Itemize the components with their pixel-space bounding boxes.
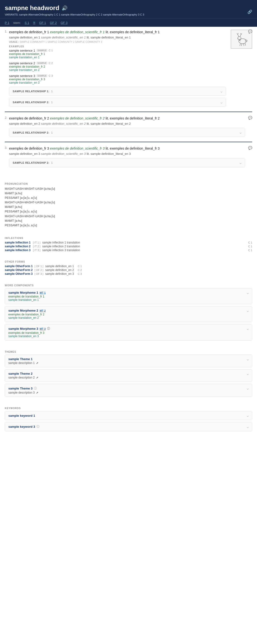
sense-3-number: 3. xyxy=(5,146,8,150)
inflections-label: INFLECTIONS xyxy=(5,237,252,240)
morpheme-3-trans-fr: exemples de translation_fr 3 xyxy=(8,331,247,334)
sense-1-accordion-1-header[interactable]: SAMPLE RELATIONSHIP 1: 1 ⌵ xyxy=(9,87,226,96)
sense-3-def-en: sample definition_en 3 sample definition… xyxy=(9,152,245,156)
info-icon[interactable]: ⓘ xyxy=(47,327,50,331)
sense-3-accordion-1-header[interactable]: SAMPLE RELATIONSHIP 2: 1 ⌵ xyxy=(9,158,245,167)
sense-2-body: exemples de definition_fr 2 exemples de … xyxy=(9,116,245,137)
bottom-spacer xyxy=(5,433,252,440)
info-icon[interactable]: ⓘ xyxy=(34,386,37,390)
chevron-down-icon: ⌵ xyxy=(240,161,242,165)
main-content: 1. exemples de definition_fr 1 exemples … xyxy=(0,27,257,443)
link-icon[interactable]: 🔗 xyxy=(248,10,252,14)
spacer6 xyxy=(5,399,252,401)
other-form-row-2: sample OtherForm 2 [ OF 2 ] sample defin… xyxy=(5,268,252,272)
morpheme-3-header[interactable]: sample Morpheme 3 MT 3 ⓘ exemples de tra… xyxy=(5,324,252,340)
comment-icon-2[interactable]: 💬 xyxy=(248,116,252,120)
other-form-row-3: sample OtherForm 3 [ OF 3 ] sample defin… xyxy=(5,272,252,276)
pronunciation-pessamit1: PESSAMIT [aːʃaːʃu, aːʃu] xyxy=(5,196,252,200)
external-link-icon[interactable]: ⬈ xyxy=(36,391,38,394)
spacer5 xyxy=(5,342,252,345)
chevron-down-icon: ⌵ xyxy=(220,100,222,104)
chevron-down-icon: ⌵ xyxy=(247,425,249,429)
pronunciation-pessamit2: PESSAMIT [aːʃaːʃu, aːʃu] xyxy=(5,209,252,214)
spacer2 xyxy=(5,228,252,231)
pronunciation-mamit1: MAMIT [aːhu] xyxy=(5,191,252,196)
morpheme-3-trans-en: sample translation_en 3 xyxy=(8,334,247,338)
morpheme-2-header[interactable]: sample Morpheme 2 MT 2 exemples de trans… xyxy=(5,306,252,322)
inflections-section: INFLECTIONS sample Inflection 1 [ IT 1 ]… xyxy=(5,235,252,252)
speaker-icon[interactable]: 🔊 xyxy=(62,5,68,11)
theme-3-desc: sample description 3 ⬈ xyxy=(8,391,247,394)
inflection-row-3: sample Inflection 3 [ IT 3 ] sample infl… xyxy=(5,248,252,252)
keyword-1-header[interactable]: sample keyword 1 ⌵ xyxy=(5,411,252,420)
sense-1-accordion-1: SAMPLE RELATIONSHIP 1: 1 ⌵ xyxy=(9,87,226,96)
keyword-1-name-row: sample keyword 1 xyxy=(8,414,35,418)
pronunciation-pessamit3: PESSAMIT [aːʃaːʃu, aːʃu] xyxy=(5,223,252,228)
example-2-sentence: sample sentence 2 SAMPLE C 2 xyxy=(9,62,226,65)
external-link-icon[interactable]: ⬈ xyxy=(36,376,38,379)
sense-1-accordion-2: SAMPLE RELATIONSHIP 2: 1 ⌵ xyxy=(9,98,226,107)
theme-3-header[interactable]: sample Theme 3 ⓘ sample description 3 ⬈ … xyxy=(5,384,252,397)
spacer4 xyxy=(5,276,252,278)
comment-icon-3[interactable]: 💬 xyxy=(248,146,252,150)
nav-list-icon[interactable]: ≡ xyxy=(33,20,35,25)
theme-2: sample Theme 2 sample description 2 ⬈ ⌵ xyxy=(5,369,252,382)
sense-1-accordion-2-header[interactable]: SAMPLE RELATIONSHIP 2: 1 ⌵ xyxy=(9,98,226,106)
sense-3-def-fr: exemples de definition_fr 3 exemples de … xyxy=(9,146,245,151)
theme-3-name: sample Theme 3 xyxy=(8,387,32,390)
theme-2-name: sample Theme 2 xyxy=(8,372,247,376)
sense-1-def-en: sample definition_en 1 sample definition… xyxy=(9,35,226,40)
theme-2-header[interactable]: sample Theme 2 sample description 2 ⬈ ⌵ xyxy=(5,370,252,382)
theme-2-content: sample Theme 2 sample description 2 ⬈ xyxy=(8,372,247,379)
sense-2-def-fr: exemples de definition_fr 2 exemples de … xyxy=(9,116,245,121)
theme-1-desc: sample description 1 ⬈ xyxy=(8,361,247,365)
nav-bar: P 1 stem: S 1 ≡ GF 1 GF 2 GF 3 xyxy=(0,18,257,27)
example-3-sentence: sample sentence 3 SAMPLE C 3 xyxy=(9,74,226,78)
theme-1-header[interactable]: sample Theme 1 sample description 1 ⬈ ⌵ xyxy=(5,355,252,367)
example-2-trans-fr: exemples de translation_fr 2 xyxy=(9,65,226,68)
word-components-label: WORD COMPONENTS xyxy=(5,284,252,287)
pronunciation-section: PRONUNCIATION MASHT-UASH-MASHT-UASH [aːh… xyxy=(5,181,252,228)
spacer xyxy=(5,172,252,177)
info-icon[interactable]: ⓘ xyxy=(36,425,40,429)
accordion-title-row: SAMPLE RELATIONSHIP 1: 1 xyxy=(13,89,52,93)
sense-divider-2 xyxy=(5,142,252,142)
example-3: sample sentence 3 SAMPLE C 3 exemples de… xyxy=(9,74,226,84)
sense-2: 2. exemples de definition_fr 2 exemples … xyxy=(5,116,252,137)
sense-3-body: exemples de definition_fr 3 exemples de … xyxy=(9,146,245,167)
morpheme-3-content: sample Morpheme 3 MT 3 ⓘ exemples de tra… xyxy=(8,327,247,338)
nav-gf3[interactable]: GF 3 xyxy=(61,21,68,24)
sense-1-usage: USAGE : SAMPLE COMMUNITY 1 SAMPLE COMMUN… xyxy=(9,40,226,43)
pronunciation-masht1: MASHT-UASH-MASHT-UASH [aːhaːʃu] xyxy=(5,187,252,191)
comment-icon-1[interactable]: 💬 xyxy=(248,30,252,34)
theme-1-name: sample Theme 1 xyxy=(8,357,247,361)
accordion-title-row: SAMPLE RELATIONSHIP 2: 1 xyxy=(13,100,52,104)
keywords-section: KEYWORDS sample keyword 1 ⌵ sample keywo… xyxy=(5,405,252,431)
nav-s1[interactable]: S 1 xyxy=(24,21,30,24)
sense-1-number: 1. xyxy=(5,30,8,33)
pronunciation-masht3: MASHT-UASH-MASHT-UASH [aːhaːʃu] xyxy=(5,214,252,219)
nav-p1[interactable]: P 1 xyxy=(5,21,9,24)
external-link-icon[interactable]: ⬈ xyxy=(36,361,38,365)
sense-2-accordion-1-header[interactable]: SAMPLE RELATIONSHIP 2: 1 ⌵ xyxy=(9,128,245,137)
pronunciation-mamit2: MAMIT [aːhu] xyxy=(5,205,252,209)
other-forms-section: OTHER FORMS sample OtherForm 1 [ OF 1 ] … xyxy=(5,258,252,276)
morpheme-2-trans-fr: exemples de translation_fr 2 xyxy=(8,313,247,316)
chevron-down-icon: ⌵ xyxy=(247,414,249,418)
accordion-title-row: SAMPLE RELATIONSHIP 2: 1 xyxy=(13,161,52,164)
nav-gf2[interactable]: GF 2 xyxy=(50,21,57,24)
theme-3-content: sample Theme 3 ⓘ sample description 3 ⬈ xyxy=(8,386,247,394)
chevron-down-icon: ⌵ xyxy=(247,327,249,330)
keyword-3-header[interactable]: sample keyword 3 ⓘ ⌵ xyxy=(5,422,252,431)
chevron-down-icon: ⌵ xyxy=(247,386,249,390)
variants-row: VARIANTS: sample AlternateOrthography 1 … xyxy=(5,13,252,16)
morpheme-1-header[interactable]: sample Morpheme 1 MT 1 exemples de trans… xyxy=(5,288,252,304)
word-components-section: WORD COMPONENTS sample Morpheme 1 MT 1 e… xyxy=(5,282,252,340)
pronunciation-label: PRONUNCIATION xyxy=(5,182,252,185)
keyword-1: sample keyword 1 ⌵ xyxy=(5,411,252,420)
morpheme-1: sample Morpheme 1 MT 1 exemples de trans… xyxy=(5,288,252,304)
theme-2-desc: sample description 2 ⬈ xyxy=(8,376,247,379)
themes-label: THEMES xyxy=(5,350,252,353)
nav-gf1[interactable]: GF 1 xyxy=(39,21,46,24)
pronunciation-mamit3: MAMIT [aːhu] xyxy=(5,219,252,223)
